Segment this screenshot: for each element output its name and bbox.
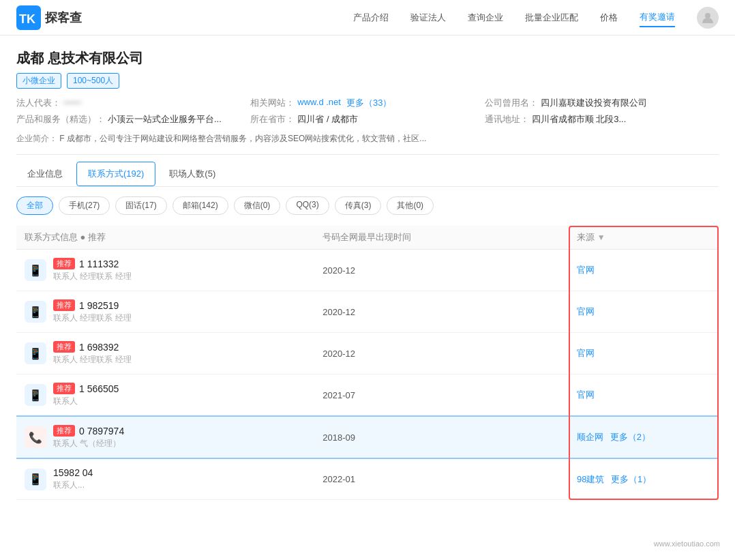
source-cell-5: 顺企网 更多（2） [569,416,719,458]
number-5: 0 7897974 [79,426,124,437]
person-5: 联系人 气（经理） [53,438,124,450]
source-link-3[interactable]: 官网 [577,348,595,358]
recommend-badge-1: 推荐 [53,258,75,269]
number-4: 1 566505 [79,383,119,394]
contact-cell-5: 📞 推荐 0 7897974 联系人 气（经理） [16,416,314,458]
main-nav: 产品介绍 验证法人 查询企业 批量企业匹配 价格 有奖邀请 [353,7,719,29]
tag-employees: 100~500人 [67,73,119,89]
product-row: 产品和服务（精选）： 小顶云一站式企业服务平台... [16,113,250,126]
pill-all[interactable]: 全部 [16,196,53,215]
pill-fax[interactable]: 传真(3) [335,196,382,215]
pill-email[interactable]: 邮箱(142) [172,196,228,215]
province-value: 四川省 / 成都市 [297,113,358,126]
nav-verify[interactable]: 验证法人 [410,9,446,27]
recommend-badge-4: 推荐 [53,383,75,394]
mobile-icon-1: 📱 [25,259,46,281]
recommend-badge-3: 推荐 [53,341,75,353]
website-row: 相关网站： www.d .net 更多（33） [250,97,484,109]
person-1: 联系人 经理联系 经理 [53,271,132,282]
mobile-icon-4: 📱 [25,384,46,406]
source-more-6[interactable]: 更多（1） [611,474,651,484]
company-info-grid: 法人代表： —— 相关网站： www.d .net 更多（33） 公司曾用名： … [16,97,719,126]
nav-price[interactable]: 价格 [600,9,618,27]
pill-landline[interactable]: 固话(17) [115,196,166,215]
nav-query[interactable]: 查询企业 [468,9,503,27]
pill-mobile[interactable]: 手机(27) [59,196,110,215]
nav-invite[interactable]: 有奖邀请 [640,8,675,27]
source-more-5[interactable]: 更多（2） [610,432,650,442]
address-value: 四川省成都市顺 北段3... [532,113,627,126]
source-filter-icon[interactable]: ▼ [597,233,605,242]
header: TK 探客查 产品介绍 验证法人 查询企业 批量企业匹配 价格 有奖邀请 [0,0,735,35]
logo-text: 探客查 [45,10,82,26]
table-row: 📱 推荐 1 566505 联系人 2021-07 [16,374,719,417]
source-cell-1: 官网 [569,250,719,291]
source-link-4[interactable]: 官网 [577,389,595,400]
time-cell-6: 2022-01 [314,458,569,500]
pill-wechat[interactable]: 微信(0) [234,196,281,215]
svg-point-2 [705,13,710,18]
col-header-source: 来源 ▼ [569,226,719,250]
alias-row: 公司曾用名： 四川嘉联建设投资有限公司 [485,97,719,109]
contact-table: 联系方式信息 ● 推荐 号码全网最早出现时间 来源 ▼ � [16,226,719,500]
province-row: 所在省市： 四川省 / 成都市 [250,113,484,126]
table-row: 📱 推荐 1 982519 联系人 经理联系 经理 2020-12 [16,291,719,333]
table-row: 📱 15982 04 联系人... 2022-01 98建筑 [16,458,719,500]
mobile-icon-3: 📱 [25,342,46,364]
tab-employees[interactable]: 职场人数(5) [158,162,226,187]
time-cell-2: 2020-12 [314,291,569,333]
company-desc: 企业简介： F 成都市，公司专注于网站建设和网络整合营销服务，内容涉及SEO网站… [16,132,719,145]
recommend-badge-5: 推荐 [53,425,75,437]
user-avatar[interactable] [697,7,719,29]
legal-rep-row: 法人代表： —— [16,97,250,109]
desc-text: F 成都市，公司专注于网站建设和网络整合营销服务，内容涉及SEO网站搜索优化，软… [59,134,426,143]
divider [16,154,719,155]
tab-company-info[interactable]: 企业信息 [16,162,74,187]
source-link-1[interactable]: 官网 [577,265,595,275]
source-cell-2: 官网 [569,291,719,333]
number-6: 15982 04 [53,467,93,478]
time-cell-4: 2021-07 [314,374,569,417]
person-2: 联系人 经理联系 经理 [53,312,132,324]
tab-contact[interactable]: 联系方式(192) [76,162,155,186]
contact-table-wrapper: 联系方式信息 ● 推荐 号码全网最早出现时间 来源 ▼ � [16,226,719,500]
col-header-time: 号码全网最早出现时间 [314,226,569,250]
tabs: 企业信息 联系方式(192) 职场人数(5) [16,162,719,187]
table-row: 📞 推荐 0 7897974 联系人 气（经理） 2018-09 [16,416,719,458]
address-row: 通讯地址： 四川省成都市顺 北段3... [485,113,719,126]
table-row: 📱 推荐 1 698392 联系人 经理联系 经理 2020-12 [16,333,719,374]
filter-pills: 全部 手机(27) 固话(17) 邮箱(142) 微信(0) QQ(3) 传真(… [16,196,719,215]
time-cell-5: 2018-09 [314,416,569,458]
legal-rep-value: —— [63,97,81,109]
company-tags: 小微企业 100~500人 [16,73,719,89]
contact-cell-2: 📱 推荐 1 982519 联系人 经理联系 经理 [16,291,314,333]
website-more[interactable]: 更多（33） [346,97,391,109]
source-link-5[interactable]: 顺企网 [577,432,603,442]
number-1: 1 111332 [79,259,119,269]
tag-size: 小微企业 [16,73,61,89]
source-link-2[interactable]: 官网 [577,306,595,316]
source-cell-3: 官网 [569,333,719,374]
nav-batch[interactable]: 批量企业匹配 [525,9,578,27]
avatar-icon [701,11,715,25]
person-3: 联系人 经理联系 经理 [53,354,132,366]
logo[interactable]: TK 探客查 [16,5,82,30]
main-content: 成都 息技术有限公司 小微企业 100~500人 法人代表： —— 相关网站： … [0,35,735,514]
svg-text:TK: TK [19,12,35,26]
recommend-badge-2: 推荐 [53,299,75,311]
website-link[interactable]: www.d .net [297,97,341,109]
contact-cell-3: 📱 推荐 1 698392 联系人 经理联系 经理 [16,333,314,374]
col-header-contact: 联系方式信息 ● 推荐 [16,226,314,250]
nav-product[interactable]: 产品介绍 [353,9,389,27]
contact-cell-1: 📱 推荐 1 111332 联系人 经理联系 经理 [16,250,314,291]
time-cell-3: 2020-12 [314,333,569,374]
source-link-6[interactable]: 98建筑 [577,474,604,484]
mobile-icon-6: 📱 [25,469,46,490]
contact-cell-4: 📱 推荐 1 566505 联系人 [16,374,314,417]
pill-qq[interactable]: QQ(3) [286,196,329,215]
table-header-row: 联系方式信息 ● 推荐 号码全网最早出现时间 来源 ▼ [16,226,719,250]
table-row: 📱 推荐 1 111332 联系人 经理联系 经理 2020-12 [16,250,719,291]
product-value: 小顶云一站式企业服务平台... [108,113,222,126]
number-2: 1 982519 [79,300,119,311]
pill-other[interactable]: 其他(0) [387,196,434,215]
